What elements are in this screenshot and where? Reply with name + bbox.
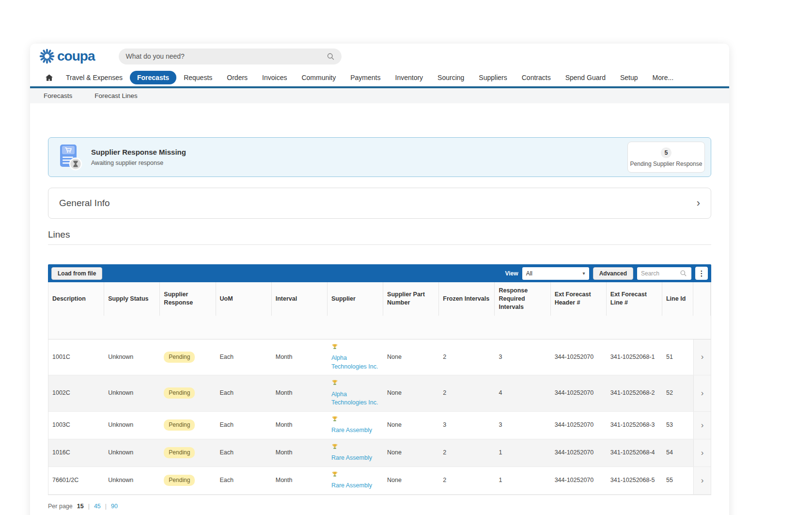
load-from-file-button[interactable]: Load from file [51, 267, 102, 280]
column-header-supplier[interactable]: Supplier [328, 282, 383, 316]
per-page-option-15[interactable]: 15 [77, 503, 84, 510]
document-hourglass-icon [57, 144, 82, 171]
lines-table: DescriptionSupply StatusSupplier Respons… [48, 282, 711, 495]
chevron-right-icon: › [697, 198, 700, 209]
status-badge: Pending [164, 475, 195, 486]
general-info-title: General Info [59, 198, 110, 209]
column-header-spacer-lineid [693, 282, 711, 316]
nav-item-contracts[interactable]: Contracts [515, 71, 558, 84]
table-body: 1001CUnknownPendingEachMonthAlpha Techno… [48, 339, 711, 495]
cell-supplier: Rare Assembly [328, 412, 383, 439]
cell-frozen-intervals: 2 [439, 439, 495, 467]
nav-item-setup[interactable]: Setup [613, 71, 645, 84]
home-icon [45, 73, 54, 82]
cell-supply-status: Unknown [104, 439, 160, 467]
per-page-option-90[interactable]: 90 [111, 503, 118, 510]
cell-supply-status: Unknown [104, 412, 160, 439]
nav-item-more[interactable]: More... [645, 71, 681, 84]
table-row: 1002CUnknownPendingEachMonthAlpha Techno… [48, 375, 711, 412]
cell-description: 1016C [48, 439, 104, 467]
table-search[interactable] [637, 267, 691, 280]
column-header-supply-status[interactable]: Supply Status [104, 282, 160, 316]
cell-supplier-response: Pending [160, 439, 216, 467]
supplier-link[interactable]: Rare Assembly [331, 482, 372, 490]
view-select[interactable]: All ▾ [522, 267, 589, 280]
table-row: 1016CUnknownPendingEachMonthRare Assembl… [48, 439, 711, 467]
more-options-button[interactable]: ⋮ [695, 267, 708, 280]
nav-item-forecasts[interactable]: Forecasts [130, 71, 176, 84]
nav-item-payments[interactable]: Payments [343, 71, 388, 84]
cell-supplier-part-number: None [383, 412, 439, 439]
home-button[interactable] [41, 73, 59, 82]
column-header-uom[interactable]: UoM [216, 282, 272, 316]
table-row: 1003CUnknownPendingEachMonthRare Assembl… [48, 412, 711, 439]
nav-item-requests[interactable]: Requests [176, 71, 219, 84]
row-expand-button[interactable]: › [693, 339, 711, 375]
separator: | [88, 503, 90, 510]
nav-item-inventory[interactable]: Inventory [388, 71, 431, 84]
cell-line-id: 55 [662, 467, 693, 494]
cell-line-id: 54 [662, 439, 693, 467]
table-search-input[interactable] [641, 270, 680, 277]
pending-count-label: Pending Supplier Response [630, 161, 703, 167]
nav-item-suppliers[interactable]: Suppliers [471, 71, 514, 84]
cell-ext-forecast-line: 341-10252068-2 [607, 375, 662, 411]
page-content: Supplier Response Missing Awaiting suppl… [30, 137, 729, 510]
cell-description: 1003C [48, 412, 104, 439]
cell-uom: Each [216, 439, 272, 467]
pending-supplier-response-card[interactable]: 5 Pending Supplier Response [627, 142, 705, 173]
cell-ext-forecast-header: 344-10252070 [551, 439, 607, 467]
subnav-item-forecast-lines[interactable]: Forecast Lines [94, 92, 138, 99]
nav-item-community[interactable]: Community [294, 71, 343, 84]
row-expand-button[interactable]: › [693, 467, 711, 494]
subnav-item-forecasts[interactable]: Forecasts [44, 92, 72, 99]
row-expand-button[interactable]: › [693, 375, 711, 411]
row-expand-button[interactable]: › [693, 412, 711, 439]
toolbar-right: View All ▾ Advanced ⋮ [505, 267, 708, 280]
sub-nav: ForecastsForecast Lines [30, 88, 729, 103]
column-header-ext-forecast-header[interactable]: Ext Forecast Header # [551, 282, 607, 316]
cell-supply-status: Unknown [104, 339, 160, 375]
supplier-link[interactable]: Rare Assembly [331, 454, 372, 463]
cell-description: 1001C [48, 339, 104, 375]
cell-interval: Month [272, 439, 328, 467]
lines-toolbar: Load from file View All ▾ Advanced ⋮ [48, 264, 711, 282]
cell-response-required-intervals: 1 [495, 467, 550, 494]
supplier-link[interactable]: Alpha Technologies Inc. [331, 390, 379, 407]
coupa-logo[interactable]: coupa [39, 48, 94, 64]
row-expand-button[interactable]: › [693, 439, 711, 467]
per-page-option-45[interactable]: 45 [94, 503, 101, 510]
column-header-response-required-intervals[interactable]: Response Required Intervals [495, 282, 550, 316]
column-header-supplier-part-number[interactable]: Supplier Part Number [383, 282, 439, 316]
column-header-ext-forecast-line[interactable]: Ext Forecast Line # [607, 282, 662, 316]
supplier-link[interactable]: Alpha Technologies Inc. [331, 354, 379, 371]
column-header-line-id[interactable]: Line Id [662, 282, 693, 316]
table-header-row: DescriptionSupply StatusSupplier Respons… [48, 282, 711, 339]
nav-item-orders[interactable]: Orders [219, 71, 255, 84]
global-search[interactable] [119, 48, 342, 64]
separator: | [105, 503, 107, 510]
kebab-icon: ⋮ [698, 269, 705, 278]
cell-ext-forecast-line: 341-10252068-1 [607, 339, 662, 375]
column-header-frozen-intervals[interactable]: Frozen Intervals [439, 282, 495, 316]
nav-item-travel-expenses[interactable]: Travel & Expenses [59, 71, 130, 84]
nav-item-spend-guard[interactable]: Spend Guard [558, 71, 613, 84]
column-header-actions [48, 316, 104, 339]
global-search-input[interactable] [125, 52, 327, 60]
column-header-description[interactable]: Description [48, 282, 104, 316]
column-header-interval[interactable]: Interval [272, 282, 328, 316]
general-info-section[interactable]: General Info › [48, 188, 711, 219]
column-header-supplier-response[interactable]: Supplier Response [160, 282, 216, 316]
app-window: coupa Travel & ExpensesForecastsRequests… [30, 44, 729, 515]
search-icon [680, 270, 687, 277]
advanced-button[interactable]: Advanced [593, 267, 633, 280]
cell-supplier-part-number: None [383, 439, 439, 467]
supplier-link[interactable]: Rare Assembly [331, 426, 372, 435]
cell-response-required-intervals: 4 [495, 375, 550, 411]
nav-item-sourcing[interactable]: Sourcing [430, 71, 471, 84]
view-label: View [505, 270, 518, 277]
per-page-options: 15|45|90 [77, 503, 118, 510]
nav-item-invoices[interactable]: Invoices [255, 71, 294, 84]
cell-supplier-part-number: None [383, 375, 439, 411]
top-bar: coupa [30, 44, 729, 69]
